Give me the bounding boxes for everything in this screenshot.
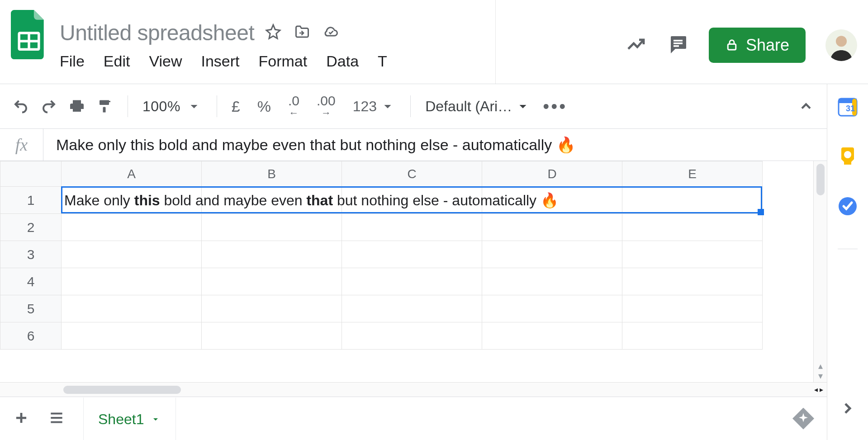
cell-A3[interactable] — [62, 241, 202, 268]
scroll-up-icon[interactable]: ▴ — [818, 361, 823, 370]
font-select[interactable]: Default (Ari… — [425, 98, 531, 115]
menu-truncated[interactable]: T — [378, 52, 387, 70]
row-header-1[interactable]: 1 — [0, 187, 62, 214]
horizontal-scrollbar[interactable]: ◂▸ — [0, 382, 827, 397]
toolbar: 100% £ % .0 ← .00 → 123 — [0, 84, 827, 128]
undo-button[interactable] — [13, 98, 29, 114]
share-label: Share — [746, 36, 789, 55]
cell-B2[interactable] — [202, 214, 342, 241]
fx-icon[interactable]: fx — [0, 129, 43, 161]
cell-E4[interactable] — [622, 268, 763, 295]
move-folder-icon[interactable] — [294, 24, 310, 42]
cell-E1[interactable] — [622, 187, 763, 214]
menu-edit[interactable]: Edit — [104, 52, 130, 70]
cell-E6[interactable] — [622, 322, 763, 350]
sheets-logo[interactable] — [11, 10, 47, 60]
col-header-A[interactable]: A — [62, 161, 202, 187]
share-button[interactable]: Share — [709, 28, 806, 63]
scroll-right-icon[interactable]: ▸ — [820, 385, 823, 394]
cell-C6[interactable] — [342, 322, 482, 350]
paint-format-button[interactable] — [97, 98, 113, 114]
col-header-E[interactable]: E — [622, 161, 763, 187]
keep-icon[interactable] — [836, 145, 859, 168]
cell-B3[interactable] — [202, 241, 342, 268]
trend-icon[interactable] — [626, 33, 647, 57]
col-header-D[interactable]: D — [482, 161, 622, 187]
hide-sidepanel-button[interactable] — [839, 399, 857, 419]
row-header-3[interactable]: 3 — [0, 241, 62, 268]
chevron-down-icon[interactable] — [150, 414, 161, 425]
cell-B4[interactable] — [202, 268, 342, 295]
star-icon[interactable] — [265, 24, 281, 42]
document-title[interactable]: Untitled spreadsheet — [60, 20, 254, 45]
menu-insert[interactable]: Insert — [201, 52, 239, 70]
col-header-B[interactable]: B — [202, 161, 342, 187]
cell-C3[interactable] — [342, 241, 482, 268]
cell-E2[interactable] — [622, 214, 763, 241]
row-header-6[interactable]: 6 — [0, 322, 62, 350]
zoom-select[interactable]: 100% — [142, 98, 202, 115]
spreadsheet-grid: A B C D E 1 Make only this bold and mayb… — [0, 161, 827, 382]
formula-bar: fx Make only this bold and maybe even th… — [0, 128, 827, 161]
cell-C4[interactable] — [342, 268, 482, 295]
cell-D4[interactable] — [482, 268, 622, 295]
cell-A6[interactable] — [62, 322, 202, 350]
cell-D2[interactable] — [482, 214, 622, 241]
decrease-decimal-button[interactable]: .0 ← — [288, 95, 299, 117]
arrow-left-icon: ← — [289, 109, 299, 117]
menu-file[interactable]: File — [60, 52, 85, 70]
account-avatar[interactable] — [825, 29, 857, 61]
cell-D6[interactable] — [482, 322, 622, 350]
menu-data[interactable]: Data — [326, 52, 359, 70]
comments-icon[interactable] — [667, 33, 689, 57]
cloud-status-icon[interactable] — [323, 24, 339, 42]
all-sheets-button[interactable] — [48, 409, 65, 428]
redo-button[interactable] — [41, 98, 57, 114]
arrow-right-icon: → — [321, 109, 331, 117]
format-currency-button[interactable]: £ — [232, 98, 240, 115]
collapse-toolbar-button[interactable] — [798, 98, 814, 114]
cell-C5[interactable] — [342, 295, 482, 322]
cell-E3[interactable] — [622, 241, 763, 268]
increase-decimal-button[interactable]: .00 → — [317, 95, 336, 117]
tasks-icon[interactable] — [836, 194, 859, 218]
side-panel: 31 — [827, 84, 868, 440]
cell-D3[interactable] — [482, 241, 622, 268]
cell-A1[interactable]: Make only this bold and maybe even that … — [62, 187, 202, 214]
svg-rect-4 — [674, 43, 683, 44]
sheet-tab-active[interactable]: Sheet1 — [83, 397, 176, 440]
cell-A5[interactable] — [62, 295, 202, 322]
cell-B5[interactable] — [202, 295, 342, 322]
row-header-5[interactable]: 5 — [0, 295, 62, 322]
row-header-4[interactable]: 4 — [0, 268, 62, 295]
menu-format[interactable]: Format — [259, 52, 308, 70]
cell-D5[interactable] — [482, 295, 622, 322]
cell-E5[interactable] — [622, 295, 763, 322]
row-header-2[interactable]: 2 — [0, 214, 62, 241]
cell-C2[interactable] — [342, 214, 482, 241]
cell-A4[interactable] — [62, 268, 202, 295]
chevron-down-icon — [186, 98, 202, 114]
format-percent-button[interactable]: % — [257, 98, 271, 115]
cell-B1[interactable] — [202, 187, 342, 214]
more-formats-button[interactable]: 123 — [353, 98, 396, 115]
menu-view[interactable]: View — [149, 52, 182, 70]
cell-D1[interactable] — [482, 187, 622, 214]
chevron-down-icon — [515, 98, 531, 114]
cell-A2[interactable] — [62, 214, 202, 241]
add-sheet-button[interactable] — [13, 409, 30, 428]
print-button[interactable] — [69, 98, 85, 114]
cell-B6[interactable] — [202, 322, 342, 350]
svg-rect-5 — [674, 45, 679, 47]
cell-C1[interactable] — [342, 187, 482, 214]
col-header-C[interactable]: C — [342, 161, 482, 187]
svg-point-8 — [836, 36, 847, 47]
scroll-down-icon[interactable]: ▾ — [818, 371, 823, 380]
scroll-left-icon[interactable]: ◂ — [814, 385, 818, 394]
vertical-scrollbar[interactable]: ▴▾ — [813, 161, 827, 382]
formula-input[interactable]: Make only this bold and maybe even that … — [43, 136, 575, 154]
calendar-icon[interactable]: 31 — [836, 95, 859, 118]
explore-button[interactable] — [792, 408, 814, 430]
menu-bar: File Edit View Insert Format Data T — [60, 52, 387, 70]
select-all-corner[interactable] — [0, 161, 62, 187]
